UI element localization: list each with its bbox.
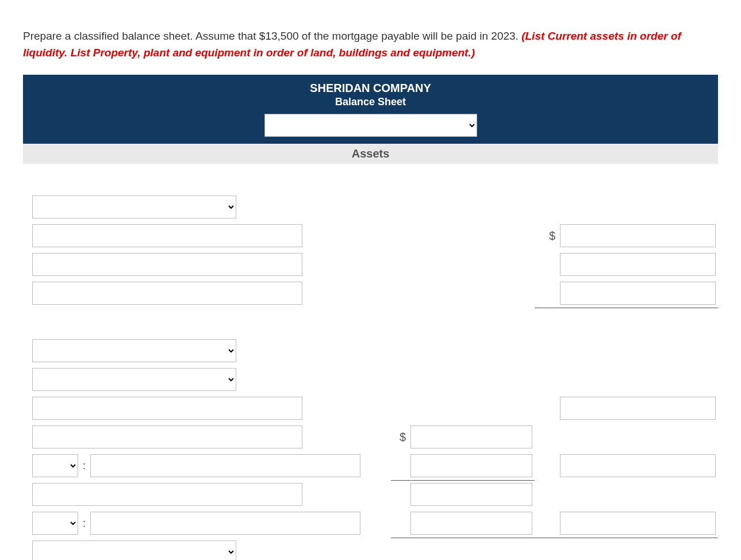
asset-pair-1-select[interactable] (32, 454, 78, 477)
table-row (23, 394, 718, 423)
sheet-header: SHERIDAN COMPANY Balance Sheet (23, 75, 718, 144)
asset-line-6-label[interactable] (32, 483, 302, 506)
asset-line-3-amount[interactable] (560, 282, 716, 305)
asset-pair-1-amount-mid[interactable] (410, 454, 532, 477)
table-row (23, 365, 718, 394)
asset-heading-select-4[interactable] (32, 540, 236, 560)
instruction-text: Prepare a classified balance sheet. Assu… (23, 28, 718, 61)
table-row (23, 336, 718, 365)
balance-sheet: SHERIDAN COMPANY Balance Sheet Assets (23, 75, 718, 560)
assets-table: $ (23, 164, 718, 560)
asset-line-5-label[interactable] (32, 425, 302, 448)
date-select[interactable] (264, 114, 477, 137)
asset-pair-2-amount-mid[interactable] (410, 512, 532, 535)
asset-pair-1-label[interactable] (90, 454, 360, 477)
currency-symbol: $ (535, 221, 558, 250)
table-row (23, 279, 718, 308)
asset-pair-2-label[interactable] (90, 512, 360, 535)
table-row: : (23, 509, 718, 538)
currency-symbol: $ (391, 423, 408, 451)
asset-line-1-label[interactable] (32, 224, 302, 247)
asset-line-1-amount[interactable] (560, 224, 716, 247)
instruction-plain: Prepare a classified balance sheet. Assu… (23, 30, 521, 42)
asset-heading-select-3[interactable] (32, 368, 236, 391)
asset-line-4-amount[interactable] (560, 397, 716, 420)
asset-pair-1-amount-right[interactable] (560, 454, 716, 477)
asset-line-2-label[interactable] (32, 253, 302, 276)
asset-heading-select-2[interactable] (32, 339, 236, 362)
colon: : (83, 460, 86, 472)
asset-line-5-amount-mid[interactable] (410, 425, 532, 448)
table-row (23, 250, 718, 279)
table-row: $ (23, 221, 718, 250)
asset-line-2-amount[interactable] (560, 253, 716, 276)
company-name: SHERIDAN COMPANY (23, 79, 718, 95)
asset-line-6-amount-mid[interactable] (410, 483, 532, 506)
statement-title: Balance Sheet (23, 96, 718, 108)
asset-pair-2-select[interactable] (32, 512, 78, 535)
table-row (23, 480, 718, 509)
assets-section-header: Assets (23, 144, 718, 164)
asset-line-4-label[interactable] (32, 397, 302, 420)
table-row: $ (23, 423, 718, 451)
asset-heading-select-1[interactable] (32, 195, 236, 218)
asset-pair-2-amount-right[interactable] (560, 512, 716, 535)
table-row (23, 308, 718, 336)
table-row: : (23, 451, 718, 480)
colon: : (83, 517, 86, 530)
table-row (23, 193, 718, 221)
asset-line-3-label[interactable] (32, 282, 302, 305)
table-row (23, 538, 718, 560)
